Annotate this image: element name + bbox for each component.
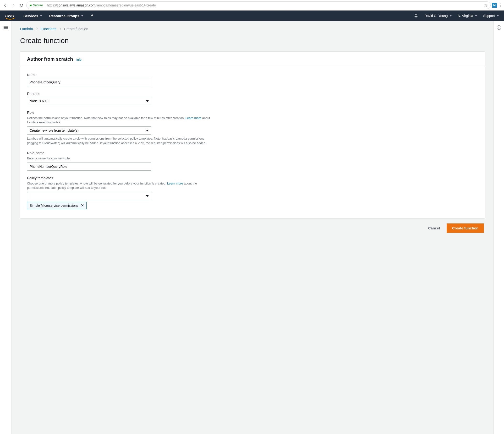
- policy-tag-label: Simple Microservice permissions: [30, 204, 78, 207]
- role-label: Role: [27, 110, 214, 115]
- field-runtime: Runtime Node.js 6.10: [27, 91, 214, 105]
- left-gutter: [0, 21, 11, 434]
- nav-user[interactable]: David G. Young: [424, 14, 451, 18]
- nav-support-label: Support: [483, 14, 495, 18]
- chevron-down-icon: [40, 15, 42, 17]
- role-learn-more-link[interactable]: Learn more: [186, 116, 201, 120]
- menu-toggle-icon[interactable]: [4, 25, 8, 30]
- reload-button[interactable]: [18, 2, 25, 9]
- footer-actions: Cancel Create function: [20, 219, 485, 234]
- policy-label: Policy templates: [27, 176, 214, 180]
- svg-point-1: [500, 5, 500, 6]
- nav-resource-groups[interactable]: Resource Groups: [49, 14, 83, 18]
- role-select[interactable]: Create new role from template(s): [27, 126, 151, 134]
- breadcrumb-functions[interactable]: Functions: [41, 27, 56, 31]
- dropdown-caret-icon: [146, 100, 149, 102]
- address-bar[interactable]: Secure https://console.aws.amazon.com/la…: [26, 1, 491, 9]
- field-name: Name: [27, 73, 214, 86]
- role-value: Create new role from template(s): [30, 129, 79, 133]
- breadcrumb: Lambda Functions Create function: [20, 27, 485, 31]
- cancel-button[interactable]: Cancel: [426, 224, 442, 232]
- role-name-input[interactable]: [27, 162, 151, 171]
- dropdown-caret-icon: [146, 130, 149, 132]
- policy-select[interactable]: [27, 192, 151, 200]
- remove-tag-icon[interactable]: ✕: [81, 203, 84, 208]
- notifications-icon[interactable]: [414, 13, 418, 18]
- chevron-down-icon: [475, 15, 477, 17]
- svg-point-0: [500, 3, 500, 4]
- create-function-button[interactable]: Create function: [447, 223, 484, 233]
- bookmark-star-icon[interactable]: [484, 3, 487, 7]
- nav-user-label: David G. Young: [424, 14, 448, 18]
- aws-logo[interactable]: aws: [5, 13, 14, 18]
- runtime-value: Node.js 6.10: [30, 99, 49, 103]
- nav-services-label: Services: [23, 14, 38, 18]
- info-icon[interactable]: i: [497, 25, 501, 30]
- field-role-name: Role name Enter a name for your new role…: [27, 151, 214, 171]
- panel-header: Author from scratch Info: [20, 52, 485, 67]
- panel-title: Author from scratch: [27, 56, 73, 62]
- chevron-down-icon: [450, 15, 452, 17]
- aws-top-nav: aws Services Resource Groups David G. Yo…: [0, 10, 504, 21]
- panel-info-link[interactable]: Info: [76, 58, 81, 62]
- role-name-desc: Enter a name for your new role.: [27, 156, 214, 161]
- url-text: https://console.aws.amazon.com/lambda/ho…: [47, 3, 156, 7]
- main-content: Lambda Functions Create function Create …: [11, 21, 494, 434]
- breadcrumb-current: Create function: [64, 27, 88, 31]
- role-desc: Defines the permissions of your function…: [27, 116, 214, 124]
- runtime-label: Runtime: [27, 91, 214, 96]
- chevron-right-icon: [36, 27, 38, 30]
- role-after-desc: Lambda will automatically create a role …: [27, 136, 214, 146]
- browser-menu-icon[interactable]: [498, 3, 502, 7]
- dropdown-caret-icon: [146, 195, 149, 197]
- field-policy-templates: Policy templates Choose one or more poli…: [27, 176, 214, 209]
- aws-smile-icon: [5, 18, 15, 20]
- back-button[interactable]: [2, 2, 9, 9]
- name-input[interactable]: [27, 78, 151, 86]
- browser-chrome: Secure https://console.aws.amazon.com/la…: [0, 0, 504, 10]
- chevron-down-icon: [81, 15, 83, 17]
- chevron-down-icon: [497, 15, 499, 17]
- lock-icon: [29, 4, 32, 7]
- breadcrumb-lambda[interactable]: Lambda: [20, 27, 33, 31]
- policy-learn-more-link[interactable]: Learn more: [167, 182, 183, 185]
- right-gutter: i: [494, 21, 504, 434]
- svg-point-2: [500, 6, 500, 7]
- nav-region-label: N. Virginia: [458, 14, 473, 18]
- nav-region[interactable]: N. Virginia: [458, 14, 477, 18]
- secure-label: Secure: [33, 3, 43, 7]
- author-panel: Author from scratch Info Name Runtime No…: [20, 51, 485, 219]
- name-label: Name: [27, 73, 214, 77]
- policy-desc: Choose one or more policy templates. A r…: [27, 181, 214, 190]
- nav-pin-icon[interactable]: [90, 14, 94, 18]
- separator: [45, 3, 45, 7]
- nav-resource-groups-label: Resource Groups: [49, 14, 79, 18]
- runtime-select[interactable]: Node.js 6.10: [27, 97, 151, 105]
- page-title: Create function: [20, 36, 485, 45]
- secure-indicator: Secure: [29, 3, 43, 7]
- extension-badge[interactable]: M: [492, 3, 497, 8]
- role-name-label: Role name: [27, 151, 214, 155]
- nav-services[interactable]: Services: [23, 14, 42, 18]
- policy-tag-chip: Simple Microservice permissions ✕: [27, 202, 87, 209]
- nav-support[interactable]: Support: [483, 14, 499, 18]
- forward-button[interactable]: [10, 2, 17, 9]
- field-role: Role Defines the permissions of your fun…: [27, 110, 214, 146]
- chevron-right-icon: [59, 27, 61, 30]
